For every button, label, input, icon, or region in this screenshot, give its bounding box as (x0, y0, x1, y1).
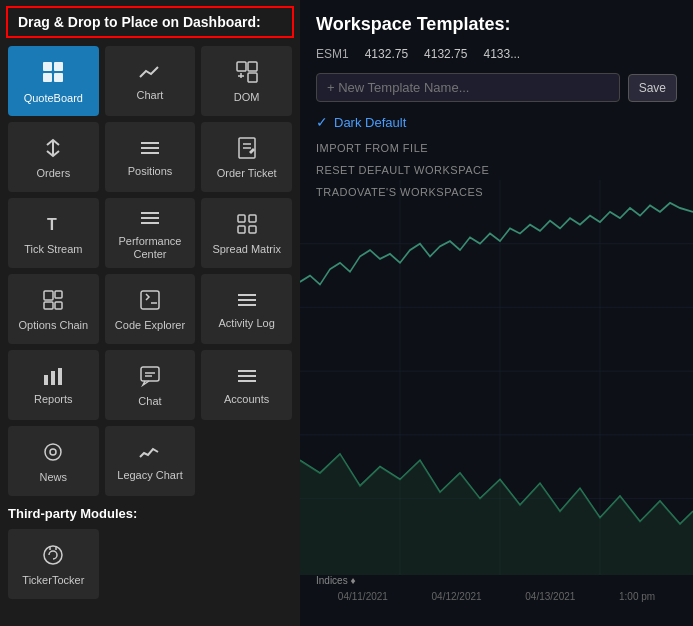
svg-rect-17 (238, 215, 245, 222)
widget-activity-log-label: Activity Log (219, 317, 275, 330)
svg-rect-1 (54, 62, 63, 71)
activity-log-icon (236, 291, 258, 313)
news-icon (42, 441, 64, 467)
widget-accounts[interactable]: Accounts (201, 350, 292, 420)
svg-text:T: T (47, 216, 57, 233)
widget-news[interactable]: News (8, 426, 99, 496)
widget-reports-label: Reports (34, 393, 73, 406)
widget-tickertocker-label: TickerTocker (22, 574, 84, 587)
svg-rect-22 (55, 291, 62, 298)
drag-drop-header: Drag & Drop to Place on Dashboard: (6, 6, 294, 38)
dom-icon (236, 61, 258, 87)
svg-point-39 (45, 444, 61, 460)
left-panel: Drag & Drop to Place on Dashboard: Quote… (0, 0, 300, 626)
widget-chart[interactable]: Chart (105, 46, 196, 116)
widget-quoteboard[interactable]: QuoteBoard (8, 46, 99, 116)
widget-positions[interactable]: Positions (105, 122, 196, 192)
tradovate-workspaces-link[interactable]: TRADOVATE'S WORKSPACES (300, 180, 693, 202)
widget-positions-label: Positions (128, 165, 173, 178)
widget-news-label: News (40, 471, 68, 484)
checkmark-icon: ✓ (316, 114, 328, 130)
widget-spread-matrix[interactable]: Spread Matrix (201, 198, 292, 268)
chart-background: 04/11/2021 04/12/2021 04/13/2021 1:00 pm… (300, 180, 693, 626)
chat-icon (139, 365, 161, 391)
svg-rect-5 (248, 62, 257, 71)
widget-tick-stream-label: Tick Stream (24, 243, 82, 256)
widget-order-ticket-label: Order Ticket (217, 167, 277, 180)
svg-rect-3 (54, 73, 63, 82)
svg-rect-6 (248, 73, 257, 82)
third-party-section-title: Third-party Modules: (0, 500, 300, 525)
positions-icon (139, 139, 161, 161)
chart-icon (138, 63, 162, 85)
ticker-price-3: 4133... (483, 47, 520, 61)
widget-spread-matrix-label: Spread Matrix (212, 243, 280, 256)
svg-rect-25 (141, 291, 159, 309)
tickertocker-icon (42, 544, 64, 570)
widget-performance-center[interactable]: Performance Center (105, 198, 196, 268)
ticker-price-1: 4132.75 (365, 47, 408, 61)
ticker-row: ESM1 4132.75 4132.75 4133... (300, 45, 693, 63)
widget-tick-stream[interactable]: T Tick Stream (8, 198, 99, 268)
widget-quoteboard-label: QuoteBoard (24, 92, 83, 105)
new-template-input[interactable] (316, 73, 620, 102)
svg-rect-20 (249, 226, 256, 233)
widget-chat-label: Chat (138, 395, 161, 408)
widget-order-ticket[interactable]: Order Ticket (201, 122, 292, 192)
widgets-grid: QuoteBoard Chart DOM (0, 42, 300, 500)
svg-rect-31 (51, 371, 55, 385)
svg-rect-33 (141, 367, 159, 381)
widget-legacy-chart-label: Legacy Chart (117, 469, 182, 482)
widget-chat[interactable]: Chat (105, 350, 196, 420)
third-party-grid: TickerTocker (0, 525, 300, 603)
widget-options-chain[interactable]: Options Chain (8, 274, 99, 344)
widget-dom[interactable]: DOM (201, 46, 292, 116)
svg-rect-24 (55, 302, 62, 309)
svg-rect-2 (43, 73, 52, 82)
svg-rect-30 (44, 375, 48, 385)
spread-matrix-icon (236, 213, 258, 239)
svg-rect-23 (44, 302, 53, 309)
ticker-price-2: 4132.75 (424, 47, 467, 61)
save-button[interactable]: Save (628, 74, 677, 102)
ticker-symbol: ESM1 (316, 47, 349, 61)
reset-default-link[interactable]: RESET DEFAULT WORKSPACE (300, 158, 693, 180)
import-from-file-link[interactable]: IMPORT FROM FILE (300, 136, 693, 158)
chart-dates: 04/11/2021 04/12/2021 04/13/2021 1:00 pm (300, 591, 693, 602)
tick-stream-icon: T (42, 213, 64, 239)
svg-rect-21 (44, 291, 53, 300)
template-input-row: Save (300, 63, 693, 108)
legacy-chart-icon (138, 443, 162, 465)
reports-icon (42, 367, 64, 389)
drag-drop-label: Drag & Drop to Place on Dashboard: (18, 14, 261, 30)
quoteboard-icon (41, 60, 65, 88)
svg-rect-0 (43, 62, 52, 71)
indices-label: Indices ♦ (316, 575, 356, 586)
performance-center-icon (139, 209, 161, 231)
widget-activity-log[interactable]: Activity Log (201, 274, 292, 344)
widget-code-explorer-label: Code Explorer (115, 319, 185, 332)
widget-legacy-chart[interactable]: Legacy Chart (105, 426, 196, 496)
dark-default-label: Dark Default (334, 115, 406, 130)
widget-chart-label: Chart (137, 89, 164, 102)
svg-point-40 (50, 449, 56, 455)
widget-orders[interactable]: Orders (8, 122, 99, 192)
widget-accounts-label: Accounts (224, 393, 269, 406)
widget-code-explorer[interactable]: Code Explorer (105, 274, 196, 344)
dark-default-option[interactable]: ✓ Dark Default (300, 108, 693, 136)
options-chain-icon (42, 289, 64, 315)
widget-dom-label: DOM (234, 91, 260, 104)
right-panel: Workspace Templates: ESM1 4132.75 4132.7… (300, 0, 693, 626)
widget-options-chain-label: Options Chain (18, 319, 88, 332)
code-explorer-icon (139, 289, 161, 315)
order-ticket-icon (236, 137, 258, 163)
orders-icon (42, 137, 64, 163)
accounts-icon (236, 367, 258, 389)
chart-svg (300, 180, 693, 626)
widget-tickertocker[interactable]: TickerTocker (8, 529, 99, 599)
widget-performance-center-label: Performance Center (109, 235, 192, 261)
widget-orders-label: Orders (37, 167, 71, 180)
svg-rect-4 (237, 62, 246, 71)
svg-rect-32 (58, 368, 62, 385)
widget-reports[interactable]: Reports (8, 350, 99, 420)
